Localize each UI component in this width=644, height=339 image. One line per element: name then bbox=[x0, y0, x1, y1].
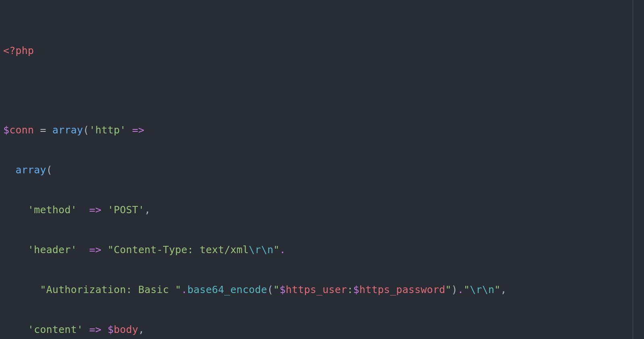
code-line: 'method' => 'POST', bbox=[3, 200, 644, 220]
code-line: 'content' => $body, bbox=[3, 320, 644, 339]
fn-base64-encode: base64_encode bbox=[188, 284, 267, 295]
code-line: $conn = array('http' => bbox=[3, 120, 644, 140]
var-https-user: https_user bbox=[286, 284, 347, 295]
code-line bbox=[3, 81, 644, 100]
var-body: body bbox=[114, 324, 138, 335]
var-conn: conn bbox=[9, 124, 34, 136]
val-content-type: "Content-Type: text/xml bbox=[107, 244, 249, 256]
code-line: 'header' => "Content-Type: text/xml\r\n"… bbox=[3, 240, 644, 260]
var-https-password: https_password bbox=[359, 284, 446, 295]
php-open-tag: <?php bbox=[3, 45, 34, 56]
editor-ruler bbox=[633, 0, 633, 339]
val-post: 'POST' bbox=[107, 204, 144, 216]
code-line: array( bbox=[3, 160, 644, 180]
key-content: 'content' bbox=[28, 324, 83, 335]
val-auth: "Authorization: Basic " bbox=[40, 284, 182, 295]
key-header: 'header' bbox=[28, 244, 77, 256]
code-line: <?php bbox=[3, 41, 644, 60]
fn-array: array bbox=[16, 164, 46, 176]
code-line: "Authorization: Basic ".base64_encode("$… bbox=[3, 280, 644, 299]
code-editor[interactable]: <?php $conn = array('http' => array( 'me… bbox=[0, 0, 644, 339]
key-http: 'http' bbox=[89, 124, 126, 136]
key-method: 'method' bbox=[28, 204, 77, 216]
fn-array: array bbox=[52, 124, 83, 136]
